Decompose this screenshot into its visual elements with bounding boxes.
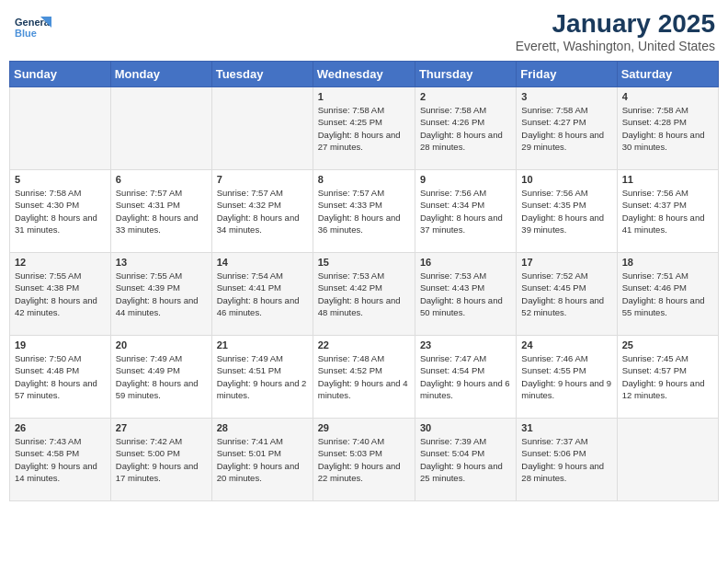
- calendar-day-cell: 23Sunrise: 7:47 AM Sunset: 4:54 PM Dayli…: [415, 336, 516, 419]
- calendar-week-row: 5Sunrise: 7:58 AM Sunset: 4:30 PM Daylig…: [10, 170, 719, 253]
- day-of-week-header: Saturday: [617, 62, 718, 87]
- calendar-week-row: 1Sunrise: 7:58 AM Sunset: 4:25 PM Daylig…: [10, 87, 719, 170]
- day-info: Sunrise: 7:45 AM Sunset: 4:57 PM Dayligh…: [622, 352, 713, 401]
- day-info: Sunrise: 7:51 AM Sunset: 4:46 PM Dayligh…: [622, 270, 713, 318]
- day-info: Sunrise: 7:57 AM Sunset: 4:31 PM Dayligh…: [116, 187, 207, 236]
- day-number: 28: [217, 422, 308, 433]
- day-number: 22: [318, 339, 410, 350]
- day-info: Sunrise: 7:58 AM Sunset: 4:28 PM Dayligh…: [622, 104, 713, 153]
- calendar-day-cell: 30Sunrise: 7:39 AM Sunset: 5:04 PM Dayli…: [415, 419, 516, 501]
- day-number: 27: [116, 422, 207, 433]
- calendar-day-cell: 6Sunrise: 7:57 AM Sunset: 4:31 PM Daylig…: [110, 170, 211, 253]
- day-info: Sunrise: 7:54 AM Sunset: 4:41 PM Dayligh…: [217, 270, 308, 318]
- calendar-day-cell: 2Sunrise: 7:58 AM Sunset: 4:26 PM Daylig…: [415, 87, 516, 170]
- day-info: Sunrise: 7:48 AM Sunset: 4:52 PM Dayligh…: [318, 352, 410, 401]
- calendar-day-cell: 20Sunrise: 7:49 AM Sunset: 4:49 PM Dayli…: [110, 336, 211, 419]
- calendar-day-cell: 15Sunrise: 7:53 AM Sunset: 4:42 PM Dayli…: [313, 253, 415, 336]
- day-info: Sunrise: 7:55 AM Sunset: 4:38 PM Dayligh…: [15, 270, 106, 318]
- calendar-day-cell: 4Sunrise: 7:58 AM Sunset: 4:28 PM Daylig…: [617, 87, 718, 170]
- day-info: Sunrise: 7:37 AM Sunset: 5:06 PM Dayligh…: [521, 435, 611, 484]
- calendar-day-cell: 5Sunrise: 7:58 AM Sunset: 4:30 PM Daylig…: [10, 170, 111, 253]
- calendar-week-row: 19Sunrise: 7:50 AM Sunset: 4:48 PM Dayli…: [10, 336, 719, 419]
- day-info: Sunrise: 7:47 AM Sunset: 4:54 PM Dayligh…: [420, 352, 511, 401]
- day-of-week-header: Monday: [110, 62, 211, 87]
- day-info: Sunrise: 7:56 AM Sunset: 4:35 PM Dayligh…: [521, 187, 611, 236]
- day-info: Sunrise: 7:58 AM Sunset: 4:30 PM Dayligh…: [15, 187, 106, 236]
- page-header: General Blue January 2025 Everett, Washi…: [9, 9, 719, 53]
- calendar-day-cell: 17Sunrise: 7:52 AM Sunset: 4:45 PM Dayli…: [517, 253, 617, 336]
- calendar-week-row: 26Sunrise: 7:43 AM Sunset: 4:58 PM Dayli…: [10, 419, 719, 501]
- calendar-day-cell: 16Sunrise: 7:53 AM Sunset: 4:43 PM Dayli…: [415, 253, 516, 336]
- day-number: 11: [622, 174, 713, 185]
- day-number: 15: [318, 257, 410, 268]
- day-number: 9: [420, 174, 511, 185]
- calendar-day-cell: 3Sunrise: 7:58 AM Sunset: 4:27 PM Daylig…: [517, 87, 617, 170]
- calendar-day-cell: 19Sunrise: 7:50 AM Sunset: 4:48 PM Dayli…: [10, 336, 111, 419]
- day-of-week-header: Wednesday: [313, 62, 415, 87]
- calendar-day-cell: [110, 87, 211, 170]
- day-info: Sunrise: 7:49 AM Sunset: 4:49 PM Dayligh…: [116, 352, 207, 401]
- calendar-week-row: 12Sunrise: 7:55 AM Sunset: 4:38 PM Dayli…: [10, 253, 719, 336]
- logo-graphic: General Blue: [13, 9, 51, 52]
- calendar-day-cell: 11Sunrise: 7:56 AM Sunset: 4:37 PM Dayli…: [617, 170, 718, 253]
- day-number: 24: [521, 339, 611, 350]
- day-info: Sunrise: 7:46 AM Sunset: 4:55 PM Dayligh…: [521, 352, 611, 401]
- day-number: 7: [217, 174, 308, 185]
- calendar-day-cell: 12Sunrise: 7:55 AM Sunset: 4:38 PM Dayli…: [10, 253, 111, 336]
- day-number: 4: [622, 91, 713, 102]
- day-info: Sunrise: 7:53 AM Sunset: 4:43 PM Dayligh…: [420, 270, 511, 318]
- day-number: 25: [622, 339, 713, 350]
- day-info: Sunrise: 7:52 AM Sunset: 4:45 PM Dayligh…: [521, 270, 611, 318]
- calendar-day-cell: 7Sunrise: 7:57 AM Sunset: 4:32 PM Daylig…: [211, 170, 313, 253]
- day-info: Sunrise: 7:41 AM Sunset: 5:01 PM Dayligh…: [217, 435, 308, 484]
- day-number: 19: [15, 339, 106, 350]
- calendar-day-cell: 24Sunrise: 7:46 AM Sunset: 4:55 PM Dayli…: [517, 336, 617, 419]
- day-number: 29: [318, 422, 410, 433]
- day-of-week-header: Tuesday: [211, 62, 313, 87]
- calendar-header-row: SundayMondayTuesdayWednesdayThursdayFrid…: [10, 62, 719, 87]
- day-number: 16: [420, 257, 511, 268]
- calendar-day-cell: 27Sunrise: 7:42 AM Sunset: 5:00 PM Dayli…: [110, 419, 211, 501]
- calendar-table: SundayMondayTuesdayWednesdayThursdayFrid…: [9, 61, 719, 501]
- day-number: 3: [521, 91, 611, 102]
- calendar-day-cell: [617, 419, 718, 501]
- calendar-day-cell: 14Sunrise: 7:54 AM Sunset: 4:41 PM Dayli…: [211, 253, 313, 336]
- day-number: 12: [15, 257, 106, 268]
- svg-text:Blue: Blue: [15, 28, 37, 39]
- calendar-day-cell: 13Sunrise: 7:55 AM Sunset: 4:39 PM Dayli…: [110, 253, 211, 336]
- day-of-week-header: Friday: [517, 62, 617, 87]
- day-number: 30: [420, 422, 511, 433]
- calendar-day-cell: 31Sunrise: 7:37 AM Sunset: 5:06 PM Dayli…: [517, 419, 617, 501]
- day-info: Sunrise: 7:53 AM Sunset: 4:42 PM Dayligh…: [318, 270, 410, 318]
- day-info: Sunrise: 7:43 AM Sunset: 4:58 PM Dayligh…: [15, 435, 106, 484]
- day-number: 20: [116, 339, 207, 350]
- calendar-day-cell: 28Sunrise: 7:41 AM Sunset: 5:01 PM Dayli…: [211, 419, 313, 501]
- day-info: Sunrise: 7:56 AM Sunset: 4:37 PM Dayligh…: [622, 187, 713, 236]
- day-number: 8: [318, 174, 410, 185]
- day-number: 14: [217, 257, 308, 268]
- day-number: 31: [521, 422, 611, 433]
- day-number: 23: [420, 339, 511, 350]
- day-info: Sunrise: 7:55 AM Sunset: 4:39 PM Dayligh…: [116, 270, 207, 318]
- calendar-day-cell: 22Sunrise: 7:48 AM Sunset: 4:52 PM Dayli…: [313, 336, 415, 419]
- calendar-day-cell: 10Sunrise: 7:56 AM Sunset: 4:35 PM Dayli…: [517, 170, 617, 253]
- logo: General Blue: [13, 9, 51, 52]
- calendar-day-cell: 1Sunrise: 7:58 AM Sunset: 4:25 PM Daylig…: [313, 87, 415, 170]
- day-number: 10: [521, 174, 611, 185]
- day-info: Sunrise: 7:49 AM Sunset: 4:51 PM Dayligh…: [217, 352, 308, 401]
- calendar-day-cell: 18Sunrise: 7:51 AM Sunset: 4:46 PM Dayli…: [617, 253, 718, 336]
- day-info: Sunrise: 7:56 AM Sunset: 4:34 PM Dayligh…: [420, 187, 511, 236]
- day-info: Sunrise: 7:40 AM Sunset: 5:03 PM Dayligh…: [318, 435, 410, 484]
- day-number: 26: [15, 422, 106, 433]
- day-info: Sunrise: 7:39 AM Sunset: 5:04 PM Dayligh…: [420, 435, 511, 484]
- day-number: 18: [622, 257, 713, 268]
- calendar-day-cell: 8Sunrise: 7:57 AM Sunset: 4:33 PM Daylig…: [313, 170, 415, 253]
- location-title: Everett, Washington, United States: [516, 39, 715, 53]
- day-info: Sunrise: 7:57 AM Sunset: 4:33 PM Dayligh…: [318, 187, 410, 236]
- day-number: 21: [217, 339, 308, 350]
- day-info: Sunrise: 7:42 AM Sunset: 5:00 PM Dayligh…: [116, 435, 207, 484]
- calendar-day-cell: 21Sunrise: 7:49 AM Sunset: 4:51 PM Dayli…: [211, 336, 313, 419]
- day-number: 2: [420, 91, 511, 102]
- day-of-week-header: Sunday: [10, 62, 111, 87]
- month-title: January 2025: [516, 9, 715, 39]
